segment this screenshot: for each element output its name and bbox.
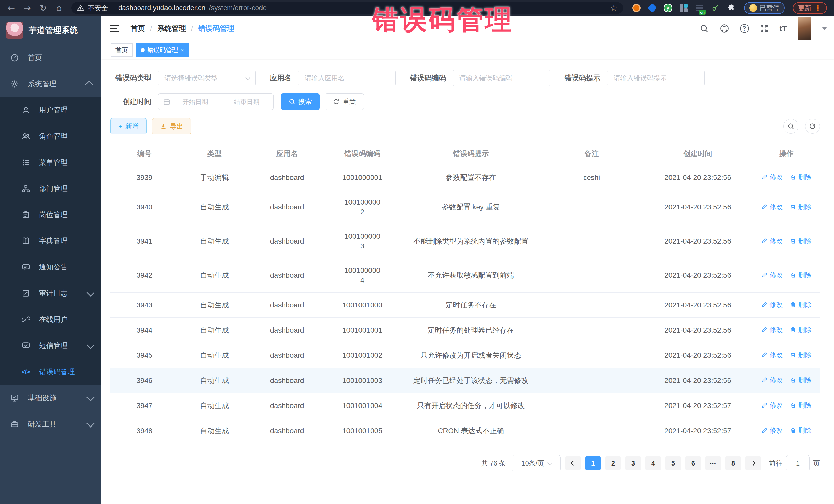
app-name-input[interactable]: [298, 70, 396, 86]
search-button[interactable]: 搜索: [281, 93, 320, 110]
page-button-5[interactable]: 5: [665, 456, 681, 470]
col-header-type[interactable]: 类型: [178, 143, 250, 165]
col-header-message[interactable]: 错误码提示: [401, 143, 541, 165]
page-size-select[interactable]: 10条/页: [512, 455, 561, 471]
extension-icon[interactable]: y: [664, 4, 672, 12]
reset-button[interactable]: 重置: [325, 93, 364, 110]
user-avatar[interactable]: [797, 17, 811, 40]
extension-icon[interactable]: on: [695, 3, 704, 13]
sidebar-item-notice-announcement[interactable]: 通知公告: [0, 254, 101, 280]
delete-link[interactable]: 删除: [790, 425, 812, 435]
edit-link[interactable]: 修改: [761, 202, 783, 212]
tag-error-code-management[interactable]: 错误码管理 ×: [136, 43, 189, 57]
delete-link[interactable]: 删除: [790, 350, 812, 360]
fullscreen-icon[interactable]: [760, 24, 769, 33]
sidebar-item-menu-management[interactable]: 菜单管理: [0, 149, 101, 176]
delete-link[interactable]: 删除: [790, 375, 812, 385]
sidebar-item-online-user[interactable]: 在线用户: [0, 306, 101, 333]
sidebar-item-dept-management[interactable]: 部门管理: [0, 176, 101, 202]
help-icon[interactable]: ?: [740, 24, 749, 33]
font-size-icon[interactable]: tT: [780, 24, 787, 33]
browser-menu-kebab-icon[interactable]: ⋮: [814, 4, 822, 13]
col-header-ops[interactable]: 操作: [753, 143, 820, 165]
delete-link[interactable]: 删除: [790, 300, 812, 309]
sidebar-item-home[interactable]: 首页: [0, 45, 101, 71]
profile-paused-badge[interactable]: 已暂停: [744, 2, 785, 14]
browser-home-icon[interactable]: ⌂: [52, 2, 66, 14]
edit-link[interactable]: 修改: [761, 375, 783, 385]
browser-back-icon[interactable]: ←: [4, 2, 19, 14]
browser-reload-icon[interactable]: ↻: [36, 2, 50, 14]
bookmark-star-icon[interactable]: ☆: [610, 3, 617, 13]
sidebar-item-audit-log[interactable]: 审计日志: [0, 280, 101, 306]
breadcrumb-home[interactable]: 首页: [131, 24, 145, 34]
app-logo-row[interactable]: 芋道管理系统: [0, 16, 101, 45]
page-button-3[interactable]: 3: [626, 456, 641, 470]
edit-link[interactable]: 修改: [761, 300, 783, 309]
breadcrumb-system[interactable]: 系统管理: [157, 24, 186, 34]
edit-link[interactable]: 修改: [761, 236, 783, 246]
sidebar-item-dev-tools[interactable]: 研发工具: [0, 411, 101, 437]
extension-icon[interactable]: [632, 3, 641, 13]
user-menu-caret-icon[interactable]: [822, 27, 827, 30]
sidebar-item-infrastructure[interactable]: 基础设施: [0, 385, 101, 411]
col-header-code[interactable]: 错误码编码: [324, 143, 401, 165]
delete-link[interactable]: 删除: [790, 270, 812, 280]
toggle-search-button[interactable]: [784, 119, 798, 134]
refresh-table-button[interactable]: [805, 119, 820, 134]
page-button-4[interactable]: 4: [645, 456, 661, 470]
edit-link[interactable]: 修改: [761, 400, 783, 410]
sidebar-item-system-management[interactable]: 系统管理: [0, 71, 101, 97]
edit-link[interactable]: 修改: [761, 270, 783, 280]
extension-icon[interactable]: [711, 3, 720, 13]
sidebar-item-dict-management[interactable]: 字典管理: [0, 228, 101, 254]
browser-update-button[interactable]: 更新 ⋮: [793, 2, 827, 14]
tag-close-icon[interactable]: ×: [181, 46, 184, 53]
page-button-1[interactable]: 1: [585, 456, 601, 470]
sidebar-item-post-management[interactable]: 岗位管理: [0, 202, 101, 228]
error-code-input[interactable]: [453, 70, 550, 86]
edit-link[interactable]: 修改: [761, 325, 783, 335]
address-bar[interactable]: 不安全 dashboard.yudao.iocoder.cn/system/er…: [71, 2, 623, 14]
edit-link[interactable]: 修改: [761, 350, 783, 360]
sidebar-item-role-management[interactable]: 角色管理: [0, 123, 101, 149]
delete-link[interactable]: 删除: [790, 236, 812, 246]
export-button[interactable]: 导出: [152, 118, 191, 134]
edit-link[interactable]: 修改: [761, 172, 783, 182]
delete-link[interactable]: 删除: [790, 400, 812, 410]
sidebar-collapse-icon[interactable]: [110, 25, 119, 32]
prev-page-button[interactable]: [565, 456, 581, 470]
delete-link[interactable]: 删除: [790, 325, 812, 335]
col-header-remark[interactable]: 备注: [541, 143, 642, 165]
create-time-range-picker[interactable]: 开始日期 - 结束日期: [158, 93, 273, 110]
col-header-app[interactable]: 应用名: [250, 143, 324, 165]
delete-label: 删除: [798, 270, 812, 280]
page-ellipsis-button[interactable]: •••: [705, 456, 721, 470]
security-label[interactable]: 不安全: [88, 4, 108, 13]
tag-home[interactable]: 首页: [111, 43, 133, 57]
extensions-puzzle-icon[interactable]: [727, 3, 736, 13]
add-button[interactable]: + 新增: [110, 118, 147, 134]
col-header-created[interactable]: 创建时间: [642, 143, 753, 165]
sidebar-item-error-code-management[interactable]: </> 错误码管理: [0, 359, 101, 385]
header-search-icon[interactable]: [700, 24, 709, 33]
error-message-input[interactable]: [607, 70, 705, 86]
sidebar-item-sms-management[interactable]: 短信管理: [0, 333, 101, 359]
extension-icon[interactable]: [679, 3, 688, 13]
breadcrumb-current[interactable]: 错误码管理: [198, 24, 234, 34]
navbar-actions: ? tT: [700, 17, 834, 40]
sidebar-item-user-management[interactable]: 用户管理: [0, 97, 101, 123]
goto-page-input[interactable]: [786, 455, 810, 471]
page-button-8[interactable]: 8: [725, 456, 741, 470]
edit-link[interactable]: 修改: [761, 425, 783, 435]
page-button-6[interactable]: 6: [685, 456, 701, 470]
col-header-id[interactable]: 编号: [110, 143, 178, 165]
next-page-button[interactable]: [745, 456, 761, 470]
page-button-2[interactable]: 2: [605, 456, 621, 470]
github-icon[interactable]: [720, 24, 729, 34]
delete-link[interactable]: 删除: [790, 202, 812, 212]
extension-icon[interactable]: [648, 3, 657, 13]
browser-forward-icon[interactable]: →: [20, 2, 35, 14]
error-code-type-select[interactable]: 请选择错误码类型: [158, 70, 256, 86]
delete-link[interactable]: 删除: [790, 172, 812, 182]
